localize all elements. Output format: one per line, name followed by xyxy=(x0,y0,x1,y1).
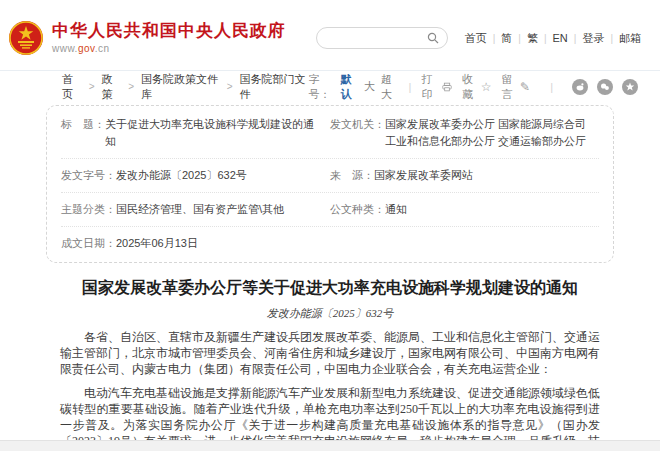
meta-source: 来 源： 国家发展改革委网站 xyxy=(330,167,599,184)
site-title: 中华人民共和国中央人民政府 xyxy=(52,22,286,41)
meta-category-value: 国民经济管理、国有资产监管\其他 xyxy=(116,201,284,218)
star-icon: ☆ xyxy=(481,80,492,94)
share-wechat-icon[interactable] xyxy=(597,79,613,95)
document-body: 国家发展改革委办公厅等关于促进大功率充电设施科学规划建设的通知 发改办能源〔20… xyxy=(60,277,600,451)
nav-mailbox[interactable]: 邮箱 xyxy=(618,31,642,46)
breadcrumb-department-docs[interactable]: 国务院部门文件 xyxy=(240,72,309,102)
meta-title-value: 关于促进大功率充电设施科学规划建设的通知 xyxy=(105,116,320,150)
share-qzone-icon[interactable] xyxy=(622,79,638,95)
gov-cn-document-page: 中华人民共和国中央人民政府 www.gov.cn 首页| 简| 繁| EN| 登… xyxy=(0,0,660,451)
meta-date: 成文日期： 2025年06月13日 xyxy=(61,235,330,252)
document-title: 国家发展改革委办公厅等关于促进大功率充电设施科学规划建设的通知 xyxy=(60,277,600,299)
search-input[interactable] xyxy=(325,32,427,44)
meta-number-value: 发改办能源〔2025〕632号 xyxy=(116,167,247,184)
meta-source-value: 国家发展改革委网站 xyxy=(374,167,473,184)
header-search xyxy=(316,27,448,49)
document-meta-card: 标 题： 关于促进大功率充电设施科学规划建设的通知 发文机关： 国家发展改革委办… xyxy=(46,105,614,263)
meta-agency-label: 发文机关： xyxy=(330,116,385,150)
breadcrumb-separator: > xyxy=(128,81,134,92)
document-paragraph: 各省、自治区、直辖市及新疆生产建设兵团发展改革委、能源局、工业和信息化主管部门、… xyxy=(60,329,600,377)
breadcrumb-separator: > xyxy=(89,81,95,92)
meta-row-category-type: 主题分类： 国民经济管理、国有资产监管\其他 公文种类： 通知 xyxy=(61,193,599,227)
meta-type-value: 通知 xyxy=(385,201,407,218)
footer-strip xyxy=(0,440,660,451)
meta-category: 主题分类： 国民经济管理、国有资产监管\其他 xyxy=(61,201,330,218)
font-size-label: 字号： xyxy=(308,72,334,102)
meta-doc-number: 发文字号： 发改办能源〔2025〕632号 xyxy=(61,167,330,184)
printer-icon xyxy=(442,81,452,93)
document-number: 发改办能源〔2025〕632号 xyxy=(60,306,600,321)
nav-simplified[interactable]: 简 xyxy=(500,31,513,46)
meta-title: 标 题： 关于促进大功率充电设施科学规划建设的通知 xyxy=(61,116,330,150)
print-button[interactable]: 打印 xyxy=(421,72,452,102)
meta-title-label: 标 题： xyxy=(61,116,105,150)
nav-english[interactable]: EN xyxy=(552,32,569,44)
meta-category-label: 主题分类： xyxy=(61,201,116,218)
meta-source-label: 来 源： xyxy=(330,167,374,184)
site-title-block: 中华人民共和国中央人民政府 www.gov.cn xyxy=(52,22,286,55)
font-size-large[interactable]: 大 xyxy=(364,79,375,94)
comment-button[interactable]: 留言 ✎ xyxy=(502,72,531,102)
meta-row-date: 成文日期： 2025年06月13日 xyxy=(61,227,599,260)
national-emblem-icon xyxy=(8,20,44,56)
breadcrumb-toolbar-row: 首页 > 政策 > 国务院政策文件库 > 国务院部门文件 字号： 默认 大 超大… xyxy=(0,71,660,102)
nav-traditional[interactable]: 繁 xyxy=(526,31,539,46)
meta-date-label: 成文日期： xyxy=(61,235,116,252)
nav-login[interactable]: 登录 xyxy=(581,31,605,46)
top-nav: 首页| 简| 繁| EN| 登录| 邮箱 xyxy=(464,31,642,46)
search-box[interactable] xyxy=(316,27,448,49)
font-size-xlarge[interactable]: 超大 xyxy=(381,72,398,102)
meta-number-label: 发文字号： xyxy=(61,167,116,184)
meta-row-title-agency: 标 题： 关于促进大功率充电设施科学规划建设的通知 发文机关： 国家发展改革委办… xyxy=(61,108,599,159)
site-logo[interactable]: 中华人民共和国中央人民政府 www.gov.cn xyxy=(8,20,286,56)
breadcrumb-policy-library[interactable]: 国务院政策文件库 xyxy=(141,72,220,102)
meta-date-value: 2025年06月13日 xyxy=(116,235,198,252)
breadcrumb-separator: > xyxy=(227,81,233,92)
site-header: 中华人民共和国中央人民政府 www.gov.cn 首页| 简| 繁| EN| 登… xyxy=(0,0,660,71)
meta-issuing-agency: 发文机关： 国家发展改革委办公厅 国家能源局综合司 工业和信息化部办公厅 交通运… xyxy=(330,116,599,150)
favorite-button[interactable]: 收藏 ☆ xyxy=(462,72,491,102)
share-buttons xyxy=(563,79,638,95)
meta-agency-value: 国家发展改革委办公厅 国家能源局综合司 工业和信息化部办公厅 交通运输部办公厅 xyxy=(385,116,589,150)
site-url: www.gov.cn xyxy=(52,43,286,54)
page-toolbar: 字号： 默认 大 超大 | 打印 收藏 ☆ 留言 ✎ | xyxy=(308,72,638,102)
font-size-default[interactable]: 默认 xyxy=(341,72,358,102)
breadcrumb-policy[interactable]: 政策 xyxy=(102,72,122,102)
search-icon[interactable] xyxy=(427,32,439,44)
breadcrumb-home[interactable]: 首页 xyxy=(62,72,82,102)
meta-empty-cell xyxy=(330,235,599,252)
nav-home[interactable]: 首页 xyxy=(464,31,488,46)
share-weibo-icon[interactable] xyxy=(572,79,588,95)
meta-type-label: 公文种类： xyxy=(330,201,385,218)
pencil-icon: ✎ xyxy=(520,80,530,94)
meta-doc-type: 公文种类： 通知 xyxy=(330,201,599,218)
meta-row-number-source: 发文字号： 发改办能源〔2025〕632号 来 源： 国家发展改革委网站 xyxy=(61,159,599,193)
